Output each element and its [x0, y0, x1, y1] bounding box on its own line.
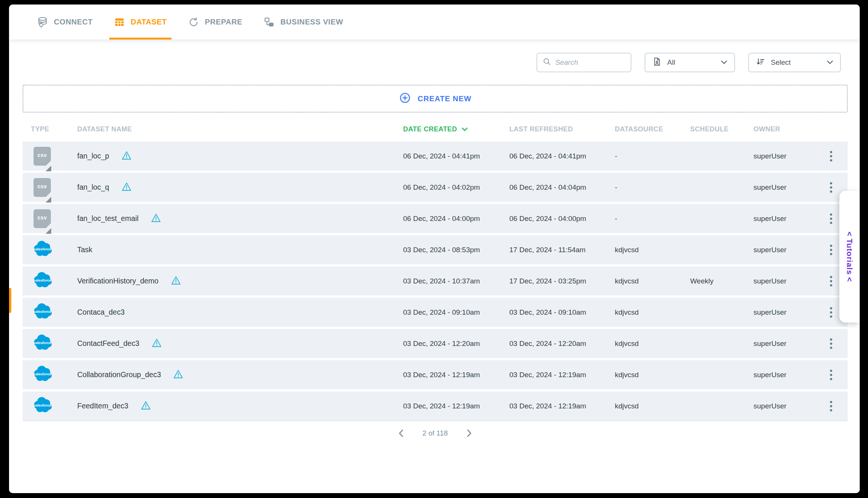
dataset-type-cell: csv salesforce [30, 391, 54, 420]
salesforce-icon: salesforce [31, 270, 53, 293]
table-row[interactable]: csv salesforce FeedItem_de [23, 391, 848, 420]
dataset-name[interactable]: CollaborationGroup_dec3 [77, 370, 161, 379]
table-row[interactable]: csv salesforce fan_loc_p [23, 142, 848, 171]
datasource-cell: kdjvcsd [615, 235, 639, 264]
kebab-menu-icon [828, 305, 834, 320]
table-grid-icon [114, 17, 125, 28]
create-new-button[interactable]: CREATE NEW [23, 85, 848, 113]
top-tab-bar: CONNECT DATASET PREPARE [9, 5, 860, 40]
table-row[interactable]: csv salesforce Collaborati [23, 360, 848, 389]
date-created-cell: 06 Dec, 2024 - 04:02pm [403, 173, 480, 202]
table-row[interactable]: csv salesforce Contaca_dec [23, 298, 848, 327]
row-menu-button[interactable] [823, 267, 839, 295]
dataset-name[interactable]: Task [77, 245, 92, 254]
datasource-cell: kdjvcsd [615, 267, 639, 295]
schedule-cell: Weekly [690, 267, 714, 295]
dataset-name-cell: CollaborationGroup_dec3 [77, 360, 183, 389]
dataset-name[interactable]: fan_loc_p [77, 152, 109, 160]
dataset-name-cell: fan_loc_p [77, 142, 132, 171]
dataset-type-cell: csv salesforce [30, 142, 54, 171]
sort-direction-chevron-icon [462, 125, 468, 133]
row-menu-button[interactable] [823, 391, 839, 420]
kebab-menu-icon [828, 274, 834, 289]
search-icon [542, 57, 552, 68]
tutorials-tab[interactable]: < Tutorials < [839, 191, 860, 323]
csv-icon-label: csv [38, 215, 47, 221]
warning-icon [171, 275, 181, 287]
warning-icon [151, 213, 161, 225]
date-created-cell: 06 Dec, 2024 - 04:41pm [403, 142, 480, 171]
row-menu-button[interactable] [823, 298, 839, 327]
column-header-datasource[interactable]: DATASOURCE [615, 117, 663, 142]
column-header-type[interactable]: TYPE [31, 117, 49, 142]
row-menu-button[interactable] [823, 329, 839, 358]
csv-file-icon: csv [34, 147, 51, 166]
chevron-icon: < [845, 231, 854, 236]
column-header-dataset-name[interactable]: DATASET NAME [77, 117, 132, 142]
hierarchy-icon [263, 17, 275, 28]
next-page-button[interactable] [466, 429, 472, 437]
dataset-name[interactable]: ContactFeed_dec3 [77, 339, 139, 348]
svg-text:salesforce: salesforce [33, 403, 51, 407]
tab-prepare-label: PREPARE [205, 18, 242, 26]
column-header-date-created[interactable]: DATE CREATED [403, 117, 468, 142]
dataset-type-cell: csv salesforce [30, 267, 54, 295]
column-header-owner[interactable]: OWNER [753, 117, 780, 142]
kebab-menu-icon [828, 367, 834, 382]
tab-business-view[interactable]: BUSINESS VIEW [253, 5, 354, 40]
table-row[interactable]: csv salesforce Task [23, 235, 848, 264]
tab-dataset[interactable]: DATASET [103, 5, 177, 40]
last-refreshed-cell: 03 Dec, 2024 - 12:19am [509, 360, 586, 389]
svg-text:salesforce: salesforce [33, 278, 51, 282]
tab-connect-label: CONNECT [54, 18, 93, 26]
csv-icon-label: csv [38, 152, 47, 158]
warning-icon [173, 369, 183, 381]
page-indicator: 2 of 118 [422, 429, 448, 437]
date-created-cell: 03 Dec, 2024 - 09:10am [403, 298, 480, 327]
owner-cell: superUser [753, 267, 787, 295]
row-menu-button[interactable] [823, 173, 839, 202]
table-row[interactable]: csv salesforce fan_loc_q [23, 173, 848, 202]
dataset-name-cell: FeedItem_dec3 [77, 391, 151, 420]
row-menu-button[interactable] [823, 235, 839, 264]
table-row[interactable]: csv salesforce fan_loc_tes [23, 204, 848, 233]
dataset-name-cell: fan_loc_test_email [77, 204, 161, 233]
row-menu-button[interactable] [823, 142, 839, 171]
dataset-name-cell: ContactFeed_dec3 [77, 329, 162, 358]
date-created-cell: 03 Dec, 2024 - 12:19am [403, 391, 480, 420]
dataset-name[interactable]: fan_loc_test_email [77, 214, 139, 223]
tab-connect[interactable]: CONNECT [26, 5, 103, 40]
warning-icon [121, 150, 132, 162]
previous-page-button[interactable] [398, 429, 404, 437]
last-refreshed-cell: 06 Dec, 2024 - 04:04pm [509, 173, 586, 202]
datasource-cell: kdjvcsd [615, 391, 639, 420]
datasource-cell: kdjvcsd [615, 329, 639, 358]
csv-icon-label: csv [38, 183, 47, 189]
dataset-name[interactable]: VerificationHistory_demo [77, 277, 159, 285]
chevron-icon: < [845, 277, 854, 282]
dataset-name[interactable]: Contaca_dec3 [77, 308, 125, 317]
toolbar: All Sel [536, 53, 841, 72]
dataset-name-cell: fan_loc_q [77, 173, 132, 202]
salesforce-icon: salesforce [31, 394, 53, 418]
dataset-name[interactable]: FeedItem_dec3 [77, 402, 128, 410]
table-row[interactable]: csv salesforce Verificatio [23, 267, 848, 295]
column-header-last-refreshed[interactable]: LAST REFRESHED [509, 117, 573, 142]
date-created-cell: 03 Dec, 2024 - 12:19am [403, 360, 480, 389]
table-row[interactable]: csv salesforce ContactFeed [23, 329, 848, 358]
owner-cell: superUser [753, 360, 787, 389]
owner-cell: superUser [753, 329, 787, 358]
kebab-menu-icon [828, 242, 834, 257]
type-filter-dropdown[interactable]: All [645, 53, 735, 72]
search-input[interactable] [555, 58, 619, 67]
refresh-icon [188, 17, 199, 28]
last-refreshed-cell: 06 Dec, 2024 - 04:00pm [509, 204, 586, 233]
row-menu-button[interactable] [823, 360, 839, 389]
column-header-schedule[interactable]: SCHEDULE [690, 117, 729, 142]
tab-prepare[interactable]: PREPARE [177, 5, 253, 40]
dataset-name[interactable]: fan_loc_q [77, 183, 109, 192]
csv-file-icon: csv [34, 209, 51, 228]
salesforce-icon: salesforce [31, 238, 53, 262]
row-menu-button[interactable] [823, 204, 839, 233]
sort-dropdown[interactable]: Select [748, 53, 841, 72]
